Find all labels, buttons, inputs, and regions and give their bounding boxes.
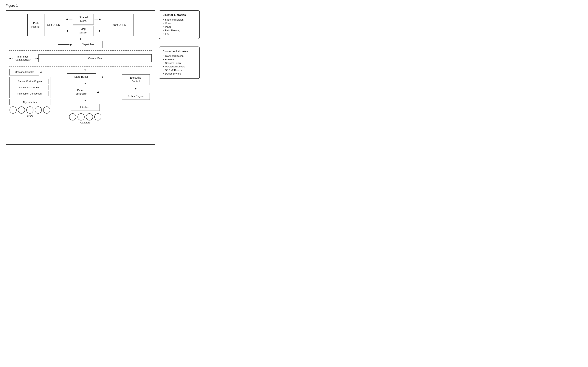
inter-node-box: Inter-node Comm.Server — [13, 53, 33, 64]
figure-title: Figure 1 — [6, 4, 200, 8]
executive-control-box: Executive Control — [122, 74, 150, 85]
arrow-exec-reflex: ▼ — [135, 87, 137, 90]
director-lib-item-1: Start/Initialization — [162, 18, 196, 21]
actuator-circle-1 — [69, 113, 76, 120]
actuator-circle-2 — [77, 113, 85, 120]
actuator-circle-3 — [86, 113, 93, 120]
sensor-data-drivers-box: Sensor Data Drivers — [11, 85, 49, 90]
dispatcher-box: Dispatcher — [73, 41, 103, 48]
arrow-to-dispatcher: ▼ — [9, 38, 152, 40]
line-handler-right — [41, 72, 47, 72]
device-controller-row: Device controller ◀ — [67, 87, 104, 97]
spd-circle-4 — [35, 107, 42, 114]
director-libraries-list: Start/Initialization Goals Plans Path Pl… — [162, 18, 196, 35]
actuator-circles-group: Actuators — [69, 113, 101, 124]
comm-bus-row: ◀ Inter-node Comm.Server ▶ Comm. Bus — [9, 53, 152, 64]
spd-circle-5 — [43, 107, 50, 114]
line-internode-comm — [35, 58, 37, 58]
arrow-right-dispatcher: ▶ — [70, 43, 72, 46]
interface-box: Interface — [71, 104, 100, 111]
arrow-state-device: ▼ — [84, 82, 86, 85]
exec-lib-item-3: Sensor Fusion — [162, 62, 196, 64]
arrow-commbus-state: ▼ — [52, 69, 118, 72]
shared-msg-group: ◀ Shared Mem. ▶ ◀ Msg. passer ▶ — [66, 14, 101, 36]
sensor-fusion-engine-box: Sensor Fusion Engine — [11, 79, 49, 84]
arrow-right-msg: ▶ — [99, 29, 101, 32]
arrow-reflex-device: ◀ — [97, 91, 99, 94]
main-diagram-box: Path Planner Self OPRS ◀ Shared Mem. ▶ — [6, 10, 155, 145]
spds-label: SPDs — [27, 114, 33, 117]
arrow-device-interface: ▼ — [84, 99, 86, 102]
director-lib-item-2: Goals — [162, 22, 196, 25]
path-planner-box: Path Planner — [27, 14, 44, 36]
director-lib-item-3: Plans — [162, 25, 196, 28]
arrow-state-exec: ▶ — [102, 75, 104, 78]
director-libraries-box: Director Libraries Start/Initialization … — [159, 10, 200, 39]
diagram-wrapper: Path Planner Self OPRS ◀ Shared Mem. ▶ — [6, 10, 200, 145]
director-lib-item-5: IPC — [162, 33, 196, 35]
director-libraries-title: Director Libraries — [162, 13, 196, 17]
actuators-label: Actuators — [80, 121, 90, 124]
state-buffer-row: State Buffer ▶ — [67, 73, 104, 80]
exec-lib-item-5: SDP I/F Drivers — [162, 69, 196, 72]
actuator-circle-4 — [94, 113, 101, 120]
arrow-from-commbus-handler: ◀ — [40, 71, 41, 73]
executive-libraries-title: Executive Libraries — [162, 50, 196, 53]
dashed-line-bottom — [9, 67, 152, 67]
team-oprs-box: Team OPRS — [104, 14, 134, 36]
arrow-left-shared: ◀ — [66, 18, 68, 21]
arrow-line-shared — [69, 19, 73, 19]
arrow-line-shared2 — [94, 19, 98, 19]
phy-interface-box: Phy. Interface — [9, 99, 50, 105]
exec-lib-item-1: Start/Initialization — [162, 55, 196, 57]
arrow-to-commbus: ▶ — [37, 57, 39, 60]
left-oprs-group: Path Planner Self OPRS — [27, 14, 63, 36]
sensor-stack: Sensor Fusion Engine Sensor Data Drivers… — [9, 77, 50, 98]
exec-lib-item-2: Reflexes — [162, 58, 196, 61]
spd-circles-row: SPDs — [9, 107, 50, 117]
arrow-right-shared: ▶ — [99, 18, 101, 21]
arrow-left-msg: ◀ — [66, 29, 68, 32]
bottom-section: Message Handler ◀ Sensor Fusion Engine S… — [9, 69, 152, 124]
arrow-line-msg — [69, 31, 73, 31]
shared-mem-box: Shared Mem. — [73, 14, 94, 25]
right-col: Executive Control ▼ Reflex Engine — [120, 69, 152, 100]
exec-lib-item-4: Perception Drivers — [162, 65, 196, 68]
spd-circle-1 — [9, 107, 17, 114]
dashed-line-top — [9, 50, 152, 51]
self-oprs-box: Self OPRS — [44, 14, 63, 36]
perception-component-box: Perception Component — [11, 91, 49, 96]
sidebar: Director Libraries Start/Initialization … — [159, 10, 200, 79]
actuator-circles — [69, 113, 101, 120]
exec-lib-item-6: Device Drivers — [162, 72, 196, 75]
spd-circle-3 — [26, 107, 33, 114]
comm-bus-box: Comm. Bus — [39, 54, 152, 62]
arrow-line-msg2 — [94, 31, 98, 31]
diagram-content: Path Planner Self OPRS ◀ Shared Mem. ▶ — [9, 14, 152, 124]
arrow-left-out: ◀ — [9, 57, 11, 60]
state-buffer-box: State Buffer — [67, 73, 96, 80]
mid-col: ▼ State Buffer ▶ ▼ Devic — [52, 69, 118, 124]
spd-circles — [9, 107, 50, 114]
line-state-exec — [97, 77, 101, 77]
executive-libraries-box: Executive Libraries Start/Initialization… — [159, 47, 200, 79]
msg-handler-row: Message Handler ◀ — [9, 69, 50, 75]
arrow-line-left-dispatcher — [58, 44, 69, 45]
director-lib-item-4: Path Planning — [162, 29, 196, 32]
dispatcher-row: ▶ Dispatcher — [9, 41, 152, 48]
reflex-engine-box: Reflex Engine — [122, 93, 150, 100]
device-controller-box: Device controller — [67, 87, 96, 97]
spd-circle-2 — [18, 107, 25, 114]
left-col: Message Handler ◀ Sensor Fusion Engine S… — [9, 69, 50, 117]
line-reflex-device — [100, 92, 104, 92]
msg-passer-box: Msg. passer — [73, 25, 94, 36]
message-handler-box: Message Handler — [9, 69, 39, 75]
executive-libraries-list: Start/Initialization Reflexes Sensor Fus… — [162, 55, 196, 75]
